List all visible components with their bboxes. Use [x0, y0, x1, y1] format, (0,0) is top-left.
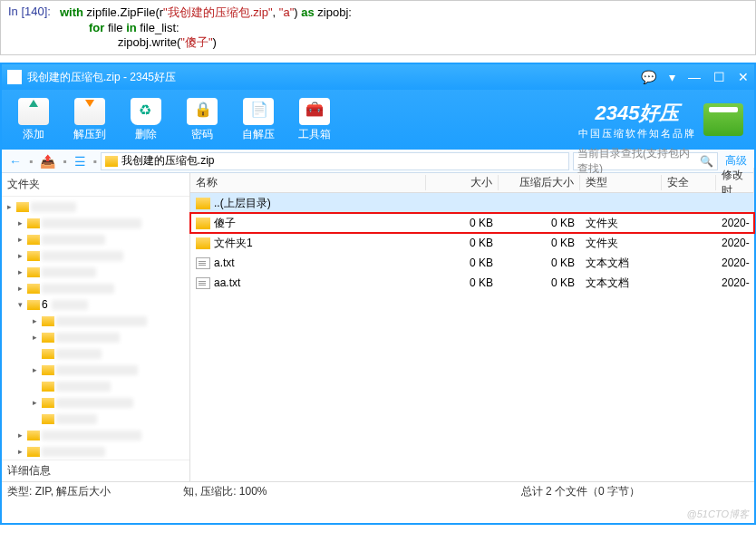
toolbar: 添加 解压到 删除 密码 自解压 工具箱 2345好压 中国压缩软件知名品牌	[2, 90, 754, 150]
lock-icon	[187, 98, 218, 125]
status-ratio: 知, 压缩比: 100%	[183, 484, 267, 499]
extract-button[interactable]: 解压到	[62, 98, 118, 142]
app-icon	[7, 70, 22, 84]
col-compressed-size[interactable]: 压缩后大小	[499, 175, 580, 190]
extract-icon	[74, 98, 105, 125]
watermark: @51CTO博客	[687, 508, 749, 521]
status-count: 总计 2 个文件（0 字节）	[521, 484, 640, 499]
folder-icon	[196, 218, 210, 229]
brand: 2345好压 中国压缩软件知名品牌	[578, 100, 751, 140]
brand-title: 2345好压	[578, 100, 696, 127]
col-size[interactable]: 大小	[426, 175, 499, 190]
file-icon	[196, 277, 210, 289]
toolbox-icon	[299, 98, 330, 125]
maximize-icon[interactable]: ☐	[713, 70, 725, 84]
password-button[interactable]: 密码	[174, 98, 230, 142]
table-row[interactable]: aa.txt0 KB0 KB文本文档2020-	[190, 273, 754, 293]
col-name[interactable]: 名称	[190, 175, 426, 190]
sfx-button[interactable]: 自解压	[230, 98, 286, 142]
brand-logo-icon	[703, 103, 743, 136]
titlebar[interactable]: 我创建的压缩包.zip - 2345好压 💬 ▾ — ☐ ✕	[2, 64, 754, 90]
columns-header[interactable]: 名称 大小 压缩后大小 类型 安全 修改时	[190, 173, 754, 193]
search-input[interactable]: 当前目录查找(支持包内查找)🔍	[573, 152, 718, 170]
window-title: 我创建的压缩包.zip - 2345好压	[27, 70, 176, 85]
col-type[interactable]: 类型	[580, 175, 662, 190]
file-icon	[196, 257, 210, 269]
main-area: 文件夹 ▸ ▸ ▸ ▸ ▸ ▸ ▾6 ▸ ▸ ▸ ▸ ▸ ▸ 详细信息	[2, 173, 754, 481]
statusbar: 类型: ZIP, 解压后大小 知, 压缩比: 100% 总计 2 个文件（0 字…	[2, 481, 754, 501]
code-cell: In [140]: with zipfile.ZipFile(r"我创建的压缩包…	[0, 0, 756, 55]
advanced-link[interactable]: 高级	[722, 153, 751, 169]
add-icon	[18, 98, 49, 125]
code-body: with zipfile.ZipFile(r"我创建的压缩包.zip", "a"…	[60, 5, 748, 51]
table-row[interactable]: 傻子0 KB0 KB文件夹2020-	[190, 213, 754, 233]
file-rows: ..(上层目录)傻子0 KB0 KB文件夹2020-文件夹10 KB0 KB文件…	[190, 193, 754, 481]
table-row[interactable]: ..(上层目录)	[190, 193, 754, 213]
view-button[interactable]: ☰	[71, 152, 90, 170]
delete-button[interactable]: 删除	[118, 98, 174, 142]
col-security[interactable]: 安全	[662, 175, 716, 190]
navbar: ← ▪ 📤 ▪ ☰ ▪ 我创建的压缩包.zip 当前目录查找(支持包内查找)🔍 …	[2, 150, 754, 173]
tools-button[interactable]: 工具箱	[286, 98, 343, 142]
path-field[interactable]: 我创建的压缩包.zip	[101, 152, 569, 170]
app-window: 我创建的压缩包.zip - 2345好压 💬 ▾ — ☐ ✕ 添加 解压到 删除…	[0, 63, 756, 525]
folder-tree[interactable]: ▸ ▸ ▸ ▸ ▸ ▸ ▾6 ▸ ▸ ▸ ▸ ▸ ▸	[2, 197, 189, 460]
table-row[interactable]: a.txt0 KB0 KB文本文档2020-	[190, 253, 754, 273]
up-button[interactable]: 📤	[36, 152, 59, 170]
back-button[interactable]: ←	[5, 152, 25, 170]
chat-icon[interactable]: 💬	[641, 70, 656, 84]
table-row[interactable]: 文件夹10 KB0 KB文件夹2020-	[190, 233, 754, 253]
folder-icon	[196, 237, 210, 249]
sfx-icon	[243, 98, 274, 125]
sidebar: 文件夹 ▸ ▸ ▸ ▸ ▸ ▸ ▾6 ▸ ▸ ▸ ▸ ▸ ▸ 详细信息	[2, 173, 190, 481]
dropdown-icon[interactable]: ▾	[669, 70, 675, 84]
sidebar-footer: 详细信息	[2, 460, 189, 481]
code-prompt: In [140]:	[8, 5, 51, 51]
folder-icon	[196, 198, 210, 209]
status-type: 类型: ZIP, 解压后大小	[7, 484, 111, 499]
search-icon[interactable]: 🔍	[700, 155, 713, 168]
file-list: 名称 大小 压缩后大小 类型 安全 修改时 ..(上层目录)傻子0 KB0 KB…	[190, 173, 754, 481]
add-button[interactable]: 添加	[5, 98, 62, 142]
minimize-icon[interactable]: —	[688, 70, 701, 84]
sidebar-header: 文件夹	[2, 173, 189, 197]
brand-subtitle: 中国压缩软件知名品牌	[578, 127, 696, 140]
folder-icon	[105, 156, 118, 167]
close-icon[interactable]: ✕	[738, 70, 749, 84]
delete-icon	[131, 98, 161, 125]
